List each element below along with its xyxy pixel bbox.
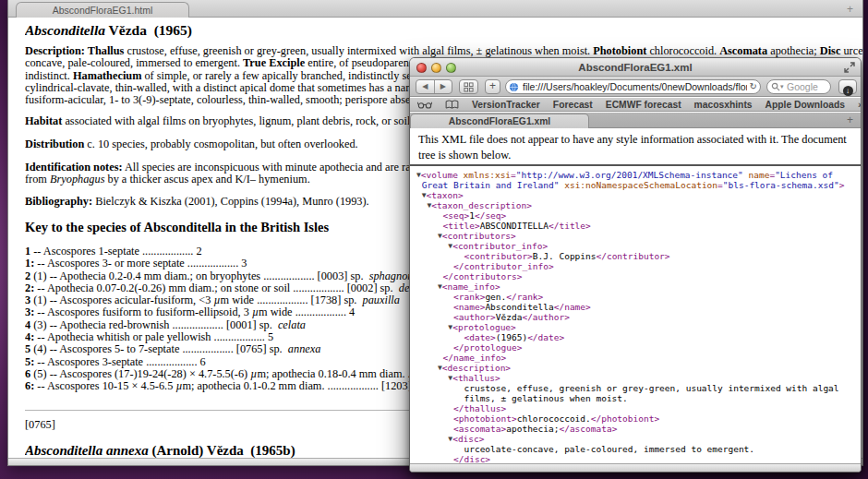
reload-icon[interactable]: ↻ — [750, 80, 757, 93]
tab-abscondflora-xml[interactable]: AbscondFloraEG1.xml — [410, 114, 589, 128]
downloads-button[interactable]: ↓ — [838, 79, 857, 94]
xml-line: <date>(1965)</date> — [416, 332, 861, 342]
bookmarks-bar: VersionTrackerForecastECMWF forecastmaco… — [410, 98, 861, 112]
back-button[interactable]: ◀ — [416, 80, 434, 93]
xml-line: urceolate-concave, pale-coloured, immers… — [416, 444, 861, 454]
xml-line: </contributor_info> — [416, 261, 861, 271]
xml-line: <seq>1</seq> — [416, 210, 861, 221]
top-sites-button[interactable] — [459, 79, 478, 94]
globe-favicon-icon — [509, 82, 519, 92]
add-bookmark-button[interactable]: + — [485, 79, 500, 94]
download-arrow-icon: ↓ — [843, 86, 853, 96]
xml-line: ▼<protologue> — [416, 322, 861, 332]
xml-document-tree: ▼<volume xmlns:xsi="http://www.w3.org/20… — [416, 170, 861, 464]
xml-line: ▼<taxon_description> — [416, 200, 861, 210]
xml-viewer: This XML file does not appear to have an… — [410, 128, 861, 465]
status-bar — [410, 463, 861, 472]
description-line: Description: Thallus crustose, effuse, g… — [25, 45, 862, 57]
xml-line: ▼<contributors> — [416, 231, 861, 241]
search-icon — [771, 82, 780, 91]
bookmark-item[interactable]: Forecast — [553, 100, 593, 110]
xml-line: <photobiont>chlorococcoid.</photobiont> — [416, 413, 861, 424]
no-style-message: This XML file does not appear to have an… — [418, 132, 856, 163]
search-placeholder: Google — [787, 80, 818, 93]
bookmark-item[interactable]: macosxhints — [694, 100, 753, 110]
tab-abscondflora-html[interactable]: AbscondFloraEG1.html — [16, 2, 189, 18]
window-title: AbscondFloraEG1.xml — [410, 58, 861, 77]
search-input[interactable]: ▾ Google — [766, 79, 831, 94]
xml-line: ▼<volume xmlns:xsi="http://www.w3.org/20… — [416, 170, 861, 180]
history-nav: ◀ ▶ — [416, 79, 452, 94]
xml-line: <ascomata>apothecia;</ascomata> — [416, 424, 861, 434]
forward-button[interactable]: ▶ — [434, 80, 452, 93]
xml-line: ▼<name_info> — [416, 281, 861, 292]
back-tab-bar: AbscondFloraEG1.html + — [8, 0, 862, 18]
page-title: Absconditella Vězda (1965) — [25, 22, 862, 39]
bookmarks-overflow-chevron[interactable]: » — [858, 99, 862, 110]
xml-line: </contributors> — [416, 271, 861, 281]
reading-list-glasses-icon[interactable] — [417, 101, 432, 109]
xml-line: </name_info> — [416, 353, 861, 363]
xml-line: <rank>gen.</rank> — [416, 292, 861, 302]
xml-line: ▼<disc> — [416, 434, 861, 444]
xml-line: </protologue> — [416, 342, 861, 353]
address-bar[interactable]: file:///Users/hoakley/Documents/0newDown… — [505, 79, 761, 94]
toolbar: ◀ ▶ + file:///Users/hoakley/Documents/0n… — [410, 77, 861, 97]
bookmark-item[interactable]: Apple Downloads — [766, 100, 845, 110]
xml-line: <author>Vězda</author> — [416, 312, 861, 322]
title-bar[interactable]: AbscondFloraEG1.xml — [410, 58, 861, 77]
xml-line: ▼<description> — [416, 363, 861, 373]
bookmark-item[interactable]: ECMWF forecast — [606, 100, 681, 110]
xml-line: <title>ABSCONDITELLA</title> — [416, 221, 861, 231]
xml-line: <name>Absconditella</name> — [416, 302, 861, 312]
xml-line: ▼<thallus> — [416, 373, 861, 383]
new-tab-button[interactable]: + — [847, 2, 853, 17]
xml-line: films, ± gelatinous when moist. — [416, 393, 861, 403]
front-tab-bar: AbscondFloraEG1.xml + — [410, 113, 861, 128]
xml-line: </thallus> — [416, 403, 861, 413]
xml-line: ▼<taxon> — [416, 190, 861, 200]
divider-rule — [410, 164, 861, 166]
url-text: file:///Users/hoakley/Documents/0newDown… — [523, 80, 747, 93]
bookmarks-book-icon[interactable] — [445, 100, 459, 109]
xml-line: <contributor>B.J. Coppins</contributor> — [416, 251, 861, 261]
xml-line: ▼<contributor_info> — [416, 241, 861, 251]
xml-line: Great Britain and Ireland" xsi:noNamespa… — [416, 180, 861, 190]
resize-icon[interactable] — [844, 62, 855, 73]
new-tab-button[interactable]: + — [847, 114, 853, 127]
bookmark-item[interactable]: VersionTracker — [472, 100, 540, 110]
chevron-down-icon: ▾ — [780, 80, 784, 93]
xml-line: crustose, effuse, greenish or grey-green… — [416, 383, 861, 393]
front-browser-window: AbscondFloraEG1.xml ◀ ▶ + file:///Users/… — [409, 57, 862, 473]
